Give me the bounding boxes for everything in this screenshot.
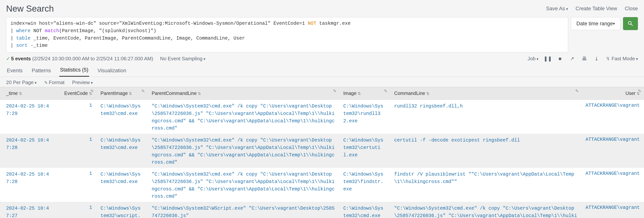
pencil-icon[interactable]: ✎ [142,89,145,94]
cell-image[interactable]: C:\Windows\System32\findstr.exe [339,168,390,202]
title-bar: New Search Save As Create Table View Clo… [0,0,644,17]
stop-icon[interactable]: ■ [557,56,563,62]
col-image[interactable]: Image✎ [339,87,390,100]
cell-parentimage[interactable]: C:\Windows\System32\cmd.exe [96,100,148,134]
cell-image[interactable]: C:\Windows\System32\cmd.exe [339,202,390,218]
cell-eventcode[interactable]: 1 [56,134,96,168]
col-eventcode[interactable]: ✎EventCode [56,87,96,100]
cell-eventcode[interactable]: 1 [56,168,96,202]
pencil-icon[interactable]: ✎ [384,89,387,94]
cell-eventcode[interactable]: 1 [56,202,96,218]
search-icon [627,20,634,27]
cell-user[interactable]: ATTACKRANGE\vagrant [581,202,644,218]
tab-patterns[interactable]: Patterns [31,65,52,77]
format-menu[interactable]: Format [44,79,64,85]
cell-parentimage[interactable]: C:\Windows\System32\cmd.exe [96,168,148,202]
table-header-row: _time ✎EventCode ParentImage✎ ParentComm… [0,87,644,100]
query-line-2: | where NOT match(ParentImage, "(splunkd… [10,27,564,35]
col-parentcommandline[interactable]: ParentCommandLine✎ [148,87,339,100]
cell-commandline[interactable]: certutil -f -decode exoticpest ringsbeef… [390,134,581,168]
table-row: 2024-02-25 10:47:281C:\Windows\System32\… [0,168,644,202]
cell-commandline[interactable]: rundll32 ringsbeef.dll,h [390,100,581,134]
event-sampling-menu[interactable]: No Event Sampling [160,56,206,62]
pause-icon[interactable]: ❚❚ [545,56,551,62]
preview-menu[interactable]: Preview [72,79,93,85]
result-tabs: Events Patterns Statistics (5) Visualiza… [0,64,644,77]
query-line-3: | table _time, EventCode, ParentImage, P… [10,35,564,42]
tab-visualization[interactable]: Visualization [97,65,127,77]
check-icon: ✓ [6,56,10,61]
cell-parentcommandline[interactable]: "C:\Windows\System32\cmd.exe" /k copy "C… [148,134,339,168]
create-table-view-link[interactable]: Create Table View [576,6,617,11]
page-actions: Save As Create Table View Close [546,6,638,11]
cell-parentcommandline[interactable]: "C:\Windows\System32\cmd.exe" /k copy "C… [148,168,339,202]
col-parentimage[interactable]: ParentImage✎ [96,87,148,100]
table-row: 2024-02-25 10:47:281C:\Windows\System32\… [0,134,644,168]
status-left: ✓5 events (2/25/24 10:30:00.000 AM to 2/… [6,56,206,62]
per-page-menu[interactable]: 20 Per Page [6,79,36,85]
pencil-icon[interactable]: ✎ [333,89,336,94]
pencil-icon[interactable]: ✎ [575,89,579,94]
table-toolbar: 20 Per Page Format Preview [0,77,644,87]
cell-user[interactable]: ATTACKRANGE\vagrant [581,100,644,134]
status-bar: ✓5 events (2/25/24 10:30:00.000 AM to 2/… [0,52,644,64]
col-user[interactable]: User✎ [581,87,644,100]
export-icon[interactable]: ⤓ [594,56,600,62]
print-icon[interactable]: 🖶 [582,56,587,62]
close-link[interactable]: Close [625,6,638,11]
cell-time[interactable]: 2024-02-25 10:47:28 [0,168,56,202]
search-mode-menu[interactable]: Fast Mode [606,56,638,62]
query-line-4: | sort -_time [10,42,564,49]
table-row: 2024-02-25 10:47:271C:\Windows\System32\… [0,202,644,218]
search-row: index=win host="aliens-win-dc" source="X… [0,17,644,52]
results-table: _time ✎EventCode ParentImage✎ ParentComm… [0,87,644,218]
cell-user[interactable]: ATTACKRANGE\vagrant [581,168,644,202]
status-right: Job ❚❚ ■ ↗ 🖶 ⤓ Fast Mode [528,56,638,62]
share-icon[interactable]: ↗ [569,56,575,62]
table-row: 2024-02-25 10:47:291C:\Windows\System32\… [0,100,644,134]
pencil-icon[interactable]: ✎ [638,89,641,94]
search-button[interactable] [623,17,638,30]
cell-user[interactable]: ATTACKRANGE\vagrant [581,134,644,168]
cell-parentcommandline[interactable]: "C:\Windows\System32\cmd.exe" /k copy "C… [148,100,339,134]
col-time[interactable]: _time [0,87,56,100]
time-range-picker[interactable]: Date time range [571,17,620,30]
cell-time[interactable]: 2024-02-25 10:47:27 [0,202,56,218]
tab-statistics[interactable]: Statistics (5) [59,64,89,77]
cell-image[interactable]: C:\Windows\System32\certutil.exe [339,134,390,168]
col-commandline[interactable]: CommandLine✎ [390,87,581,100]
tab-events[interactable]: Events [6,65,24,77]
pencil-icon[interactable]: ✎ [90,89,94,94]
cell-commandline[interactable]: findstr /V plausiblewrist ""C:\Users\vag… [390,168,581,202]
job-menu[interactable]: Job [528,56,538,62]
cell-commandline[interactable]: "C:\Windows\System32\cmd.exe" /k copy "C… [390,202,581,218]
cell-time[interactable]: 2024-02-25 10:47:29 [0,100,56,134]
cell-eventcode[interactable]: 1 [56,100,96,134]
event-count: ✓5 events (2/25/24 10:30:00.000 AM to 2/… [6,56,153,62]
cell-parentcommandline[interactable]: "C:\Windows\System32\WScript.exe" "C:\Us… [148,202,339,218]
cell-time[interactable]: 2024-02-25 10:47:28 [0,134,56,168]
cell-parentimage[interactable]: C:\Windows\System32\wscript.exe [96,202,148,218]
page-title: New Search [6,3,54,14]
table-body: 2024-02-25 10:47:291C:\Windows\System32\… [0,100,644,218]
query-line-1: index=win host="aliens-win-dc" source="X… [10,20,564,27]
save-as-menu[interactable]: Save As [546,6,568,11]
cell-image[interactable]: C:\Windows\System32\rundll32.exe [339,100,390,134]
search-query-editor[interactable]: index=win host="aliens-win-dc" source="X… [6,17,568,52]
cell-parentimage[interactable]: C:\Windows\System32\cmd.exe [96,134,148,168]
